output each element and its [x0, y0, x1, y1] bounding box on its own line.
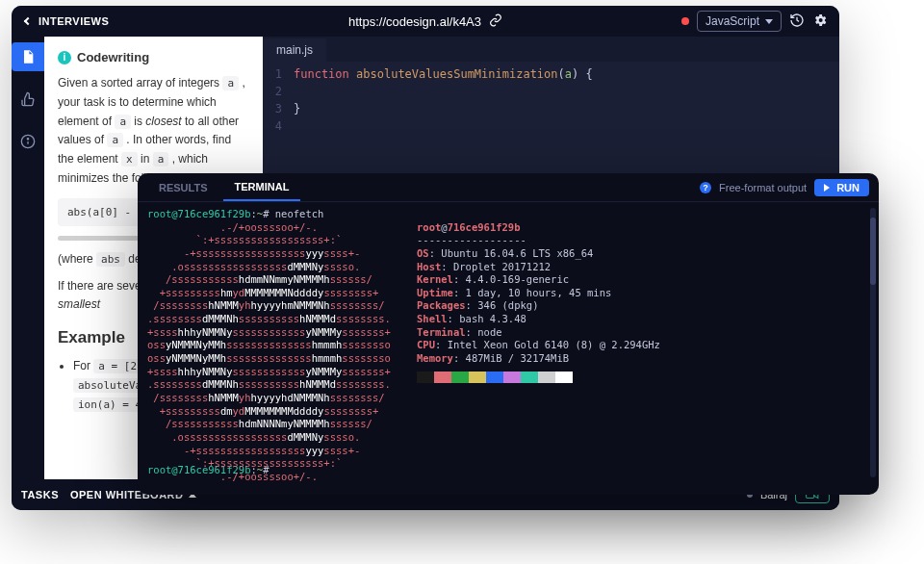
editor-tabs: main.js	[263, 37, 839, 62]
tasks-button[interactable]: TASKS	[21, 489, 59, 500]
language-select[interactable]: JavaScript	[697, 11, 782, 32]
link-icon[interactable]	[489, 13, 502, 30]
run-icon	[824, 184, 830, 192]
svg-point-2	[27, 139, 28, 140]
terminal-scrollbar[interactable]	[870, 208, 876, 477]
terminal-line: root@716ce961f29b:~# neofetch	[147, 208, 869, 221]
info-badge-icon: i	[58, 51, 71, 64]
sidebar-item-thumbs-up[interactable]	[12, 85, 44, 114]
terminal-body[interactable]: root@716ce961f29b:~# neofetch .-/+oossss…	[138, 202, 879, 495]
scrollbar-thumb[interactable]	[870, 218, 876, 285]
free-format-label: Free-format output	[719, 182, 807, 193]
sidebar-item-info[interactable]	[12, 127, 44, 156]
tab-terminal[interactable]: TERMINAL	[223, 173, 301, 201]
neofetch-info: root@716ce961f29b ------------------ OS:…	[417, 221, 660, 383]
help-icon[interactable]: ?	[700, 182, 711, 193]
topbar: INTERVIEWS https://codesign.al/k4A3 Java…	[12, 6, 839, 37]
back-button[interactable]: INTERVIEWS	[12, 15, 109, 27]
problem-paragraph: Given a sorted array of integers a , you…	[58, 74, 249, 189]
history-icon[interactable]	[789, 13, 805, 30]
url-text: https://codesign.al/k4A3	[348, 14, 481, 29]
chevron-down-icon	[765, 19, 773, 24]
editor-tab[interactable]: main.js	[263, 38, 326, 62]
gear-icon[interactable]	[812, 13, 828, 30]
terminal-tabs: RESULTS TERMINAL ? Free-format output RU…	[138, 173, 879, 202]
run-button[interactable]: RUN	[814, 179, 869, 196]
tab-results[interactable]: RESULTS	[147, 173, 219, 201]
terminal-panel: RESULTS TERMINAL ? Free-format output RU…	[138, 173, 879, 495]
sidebar	[12, 37, 44, 479]
url-display: https://codesign.al/k4A3	[348, 13, 502, 30]
back-label: INTERVIEWS	[38, 15, 109, 27]
sidebar-item-document[interactable]	[12, 42, 44, 71]
language-label: JavaScript	[706, 14, 759, 28]
record-indicator-icon	[681, 17, 689, 25]
chevron-left-icon	[24, 17, 32, 25]
problem-title: i Codewriting	[58, 50, 249, 64]
neofetch-art: .-/+oossssoo+/-. `:+ssssssssssssssssss+:…	[147, 221, 391, 484]
